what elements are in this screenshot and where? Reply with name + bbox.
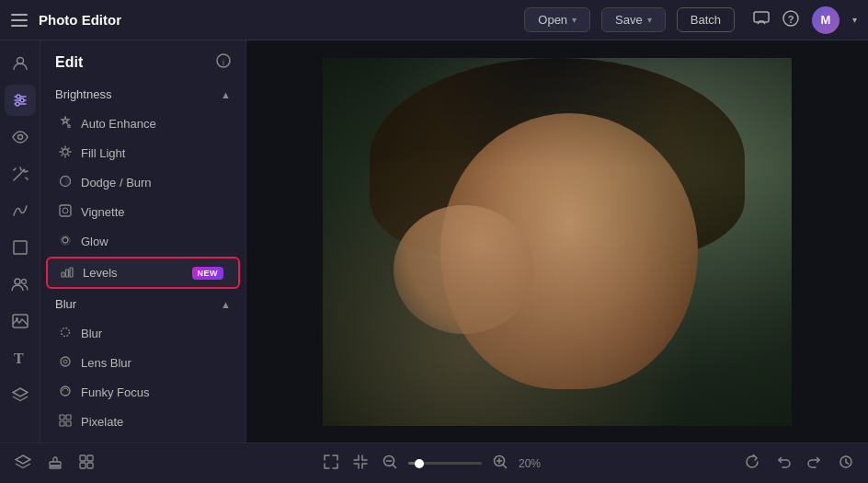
blur-chevron-icon: ▲ [221, 299, 231, 310]
funky-focus-label: Funky Focus [81, 385, 225, 399]
zoom-thumb [415, 459, 424, 468]
save-button[interactable]: Save ▾ [601, 7, 666, 32]
header-icons: ? M ▾ [753, 6, 857, 34]
svg-text:T: T [14, 351, 24, 365]
svg-line-29 [68, 155, 69, 155]
svg-rect-15 [14, 241, 27, 254]
sidebar-icon-sliders[interactable] [5, 85, 36, 116]
svg-point-35 [63, 237, 68, 243]
dodge-burn-icon [59, 175, 72, 190]
svg-text:?: ? [788, 13, 794, 24]
menu-item-dodge-burn[interactable]: Dodge / Burn [46, 168, 240, 197]
photo-background [323, 58, 792, 426]
edit-header: Edit i [40, 40, 246, 80]
sidebar-icon-photo[interactable] [5, 305, 36, 337]
menu-item-funky-focus[interactable]: Funky Focus [46, 378, 240, 407]
bottom-toolbar: 20% [0, 443, 868, 483]
svg-rect-33 [60, 205, 71, 216]
sidebar-icon-layers[interactable] [5, 379, 36, 410]
avatar[interactable]: M [812, 6, 839, 34]
info-icon[interactable]: i [216, 53, 231, 71]
menu-item-pixelate[interactable]: Pixelate [46, 408, 240, 436]
sidebar-icon-curve[interactable] [5, 195, 36, 226]
menu-icon[interactable] [11, 14, 28, 27]
svg-line-30 [68, 148, 69, 149]
section-blur-label: Blur [55, 297, 76, 311]
svg-rect-51 [50, 466, 61, 468]
grid-toolbar-icon[interactable] [75, 451, 97, 477]
expand-icon[interactable] [320, 451, 342, 477]
glow-label: Glow [81, 235, 225, 248]
zoom-in-icon[interactable] [489, 451, 511, 477]
stamp-toolbar-icon[interactable] [44, 451, 66, 477]
svg-point-41 [61, 357, 70, 366]
redo-icon[interactable] [804, 451, 826, 477]
comment-icon[interactable] [753, 11, 770, 29]
menu-item-blur[interactable]: Blur [46, 319, 240, 348]
auto-enhance-label: Auto Enhance [81, 117, 225, 131]
open-button[interactable]: Open ▾ [524, 7, 590, 32]
sidebar-icon-text[interactable]: T [5, 342, 36, 374]
toolbar-right [741, 451, 857, 477]
menu-item-lens-blur[interactable]: Lens Blur [46, 349, 240, 377]
svg-rect-38 [66, 270, 69, 277]
svg-point-11 [20, 98, 24, 102]
refresh-icon[interactable] [741, 451, 763, 477]
zoom-slider[interactable] [408, 462, 482, 465]
svg-rect-39 [70, 268, 73, 277]
pixelate-icon [59, 414, 72, 430]
svg-rect-54 [80, 463, 86, 468]
sidebar-icon-people[interactable] [5, 269, 36, 300]
menu-item-fill-light[interactable]: Fill Light [46, 139, 240, 167]
svg-point-10 [17, 95, 20, 98]
edit-title: Edit [55, 54, 83, 71]
section-blur[interactable]: Blur ▲ [40, 290, 246, 318]
svg-point-23 [63, 149, 68, 155]
batch-button[interactable]: Batch [677, 7, 735, 32]
svg-rect-1 [11, 19, 28, 21]
svg-point-12 [16, 102, 19, 106]
svg-rect-2 [11, 25, 28, 27]
menu-item-glow[interactable]: Glow [46, 227, 240, 256]
svg-point-19 [16, 317, 18, 320]
layers-toolbar-icon[interactable] [11, 451, 35, 477]
svg-point-42 [63, 360, 67, 363]
undo-icon[interactable] [772, 451, 794, 477]
svg-rect-0 [11, 14, 28, 16]
sidebar-icon-eye[interactable] [5, 121, 36, 153]
section-brightness[interactable]: Brightness ▲ [40, 80, 246, 109]
edit-scroll[interactable]: Brightness ▲ Auto Enhance [40, 80, 246, 443]
svg-point-14 [22, 169, 25, 172]
zoom-out-icon[interactable] [379, 451, 401, 477]
sidebar-icon-person[interactable] [5, 48, 36, 79]
dodge-burn-label: Dodge / Burn [81, 176, 225, 190]
toolbar-center: 20% [320, 451, 548, 477]
sidebar-icon-crop[interactable] [5, 232, 36, 263]
compress-icon[interactable] [349, 451, 371, 477]
canvas-image [323, 58, 792, 426]
lens-blur-label: Lens Blur [81, 356, 225, 370]
menu-item-auto-enhance[interactable]: Auto Enhance [46, 109, 240, 138]
svg-rect-55 [87, 463, 93, 468]
sidebar-icon-magic[interactable] [5, 158, 36, 190]
main-area: T Edit i Brightness ▲ [0, 40, 868, 443]
brightness-chevron-icon: ▲ [221, 89, 231, 100]
svg-point-34 [63, 208, 68, 213]
pixelate-label: Pixelate [81, 415, 225, 429]
svg-line-28 [62, 148, 63, 149]
zoom-percent: 20% [519, 457, 548, 470]
menu-item-levels[interactable]: Levels NEW [46, 257, 240, 289]
auto-enhance-icon [59, 116, 72, 132]
edit-panel: Edit i Brightness ▲ [40, 40, 246, 443]
fill-light-icon [59, 145, 72, 161]
svg-line-31 [62, 155, 63, 155]
svg-point-17 [21, 280, 26, 284]
svg-rect-45 [66, 415, 71, 420]
levels-label: Levels [83, 266, 183, 280]
help-icon[interactable]: ? [782, 10, 799, 30]
history-icon[interactable] [835, 451, 857, 477]
menu-item-vignette[interactable]: Vignette [46, 198, 240, 226]
photo-overlay [323, 58, 792, 426]
avatar-chevron-icon[interactable]: ▾ [852, 15, 857, 25]
levels-new-badge: NEW [192, 267, 224, 280]
